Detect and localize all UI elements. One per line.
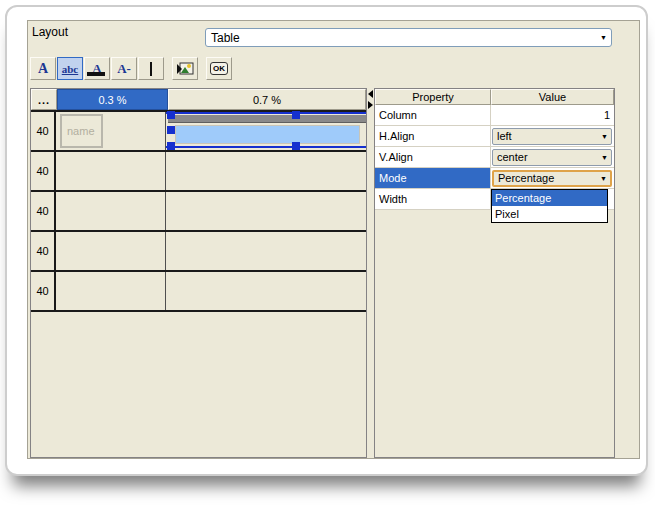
grid-header-row: ... 0.3 % 0.7 % (31, 89, 366, 112)
halign-value: left (497, 130, 512, 142)
panel-splitter[interactable] (367, 88, 374, 458)
underbar-icon (87, 72, 105, 76)
table-row: 40 name (31, 112, 366, 152)
abc-underline-icon: abc (62, 63, 79, 75)
chevron-down-icon: ▼ (601, 154, 608, 161)
drag-handle[interactable] (167, 111, 175, 119)
selected-element[interactable] (166, 112, 366, 150)
drag-handle[interactable] (292, 142, 300, 150)
grid-cell[interactable] (166, 152, 366, 190)
halign-select[interactable]: left ▼ (492, 128, 612, 145)
property-row-halign[interactable]: H.Align left ▼ (375, 126, 614, 147)
drag-handle[interactable] (167, 142, 175, 150)
column-header-0[interactable]: 0.3 % (57, 89, 168, 110)
property-column-header[interactable]: Property (375, 89, 491, 105)
property-grid-header: Property Value (375, 89, 614, 105)
chevron-down-icon: ▼ (601, 133, 608, 140)
property-name: Column (375, 105, 491, 125)
mode-value: Percentage (498, 172, 554, 184)
collapse-left-icon[interactable] (368, 90, 373, 98)
grid-cell[interactable] (166, 192, 366, 230)
property-panel: Property Value Column 1 H.Align left ▼ V… (374, 88, 615, 458)
property-row-valign[interactable]: V.Align center ▼ (375, 147, 614, 168)
table-row: 40 (31, 152, 366, 192)
property-name: Mode (375, 168, 491, 188)
ok-icon: OK (210, 62, 228, 75)
property-row-column[interactable]: Column 1 (375, 105, 614, 126)
property-name: Width (375, 189, 491, 209)
collapse-right-icon[interactable] (368, 101, 373, 109)
element-gray-bar (168, 115, 366, 123)
selection-border-top (166, 112, 366, 114)
table-designer-panel: ... 0.3 % 0.7 % 40 name (30, 88, 367, 458)
insert-image-button[interactable] (172, 57, 198, 80)
table-row: 40 (31, 232, 366, 272)
dropdown-option-percentage[interactable]: Percentage (492, 190, 607, 206)
name-field-placeholder[interactable]: name (60, 114, 103, 148)
grid-cell[interactable] (166, 272, 366, 310)
screenshot-page: Layout Table ▼ A abc A A- OK ... (0, 0, 655, 509)
mode-select[interactable]: Percentage ▼ (492, 170, 612, 187)
abc-underline-button[interactable]: abc (57, 57, 83, 80)
dropdown-option-pixel[interactable]: Pixel (492, 206, 607, 222)
grid-cell[interactable] (166, 112, 366, 150)
grid-cell[interactable] (56, 232, 166, 270)
property-value[interactable]: 1 (491, 105, 614, 125)
property-row-mode[interactable]: Mode Percentage ▼ (375, 168, 614, 189)
grid-cell[interactable] (56, 272, 166, 310)
caret-bar-button[interactable] (138, 57, 164, 80)
table-row: 40 (31, 272, 366, 312)
grid-corner-cell[interactable]: ... (31, 89, 57, 110)
property-name: H.Align (375, 126, 491, 146)
grid-cell[interactable] (56, 192, 166, 230)
image-icon (176, 62, 194, 76)
value-column-header[interactable]: Value (491, 89, 614, 105)
property-name: V.Align (375, 147, 491, 167)
grid-cell[interactable] (166, 232, 366, 270)
font-button[interactable]: A (30, 57, 56, 80)
row-header-4[interactable]: 40 (31, 272, 56, 310)
chevron-down-icon: ▼ (600, 34, 607, 41)
layout-type-select[interactable]: Table ▼ (205, 28, 612, 47)
chevron-down-icon: ▼ (600, 175, 607, 182)
vertical-bar-icon (150, 62, 152, 76)
a-dash-icon: A- (117, 61, 131, 77)
row-header-0[interactable]: 40 (31, 112, 56, 150)
font-color-button[interactable]: A (84, 57, 110, 80)
a-dash-button[interactable]: A- (111, 57, 137, 80)
drag-handle[interactable] (292, 111, 300, 119)
table-row: 40 (31, 192, 366, 232)
row-header-1[interactable]: 40 (31, 152, 56, 190)
element-blue-fill[interactable] (175, 125, 360, 144)
column-header-1[interactable]: 0.7 % (168, 89, 366, 110)
mode-dropdown-list: Percentage Pixel (491, 189, 608, 223)
valign-select[interactable]: center ▼ (492, 149, 612, 166)
layout-label: Layout (32, 25, 68, 39)
layout-type-value: Table (211, 31, 240, 45)
row-header-3[interactable]: 40 (31, 232, 56, 270)
valign-value: center (497, 151, 528, 163)
font-a-icon: A (38, 61, 48, 77)
row-header-2[interactable]: 40 (31, 192, 56, 230)
drag-handle[interactable] (167, 126, 175, 134)
grid-cell[interactable]: name (56, 112, 166, 150)
selection-border-bottom (166, 146, 366, 148)
grid-cell[interactable] (56, 152, 166, 190)
ok-button[interactable]: OK (206, 57, 232, 80)
